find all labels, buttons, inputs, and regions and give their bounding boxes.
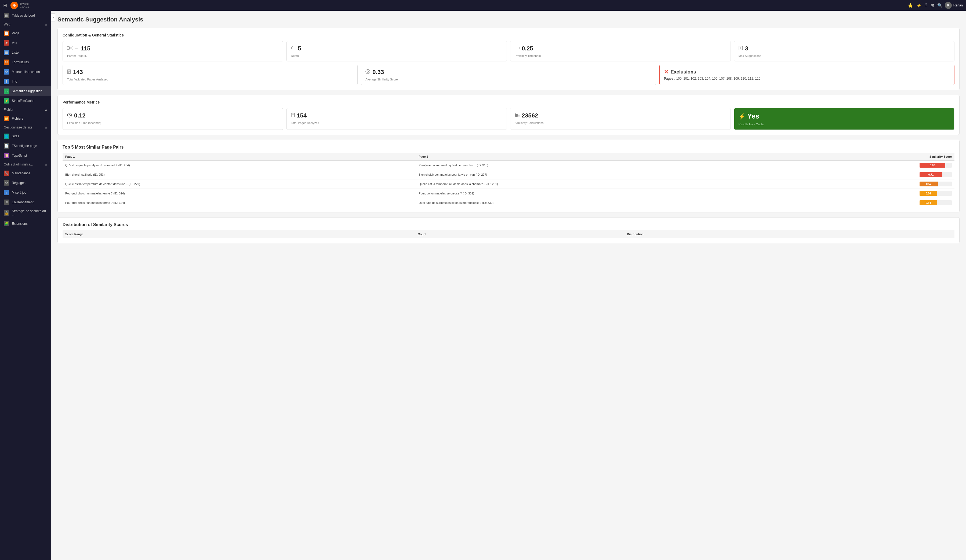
cell-page1: Pourquoi choisir un matelas ferme ? (ID:… xyxy=(62,198,416,208)
svg-rect-6 xyxy=(291,47,292,49)
formulaires-icon: ✉ xyxy=(4,59,9,65)
sidebar-item-reglages[interactable]: ⚙ Réglages xyxy=(0,178,51,188)
topbar-site-info: My site 12.4.19 xyxy=(20,2,29,8)
cell-score: 0.57 xyxy=(789,179,955,189)
col-score: Similarity Score xyxy=(789,153,955,160)
exclusions-icon: ✕ xyxy=(664,69,669,75)
page-title: Semantic Suggestion Analysis xyxy=(58,16,959,23)
grid-icon[interactable]: ⊞ xyxy=(3,2,7,8)
stat-total-pages: 154 Total Pages Analyzed xyxy=(286,108,507,130)
similarity-calc-icon xyxy=(515,113,519,118)
sidebar-section-gestionnaire[interactable]: Gestionnaire de site ∧ xyxy=(0,123,51,131)
score-bar: 0.54 xyxy=(920,200,937,205)
dist-title: Distribution of Similarity Scores xyxy=(62,222,955,227)
similarity-table: Page 1 Page 2 Similarity Score Qu'est ce… xyxy=(62,153,955,207)
table-row: Pourquoi choisir un matelas ferme ? (ID:… xyxy=(62,189,955,198)
dist-col-distribution: Distribution xyxy=(624,230,955,238)
cell-score: 0.54 xyxy=(789,198,955,208)
config-section: Configuration & General Statistics ← xyxy=(58,28,959,90)
cell-page1: Qu'est ce que la paralysie du sommeil ? … xyxy=(62,160,416,170)
score-bar: 0.57 xyxy=(920,182,938,187)
avg-similarity-icon xyxy=(365,69,370,75)
sidebar-item-tableau-de-bord[interactable]: ⊞ Tableau de bord xyxy=(0,11,51,20)
sidebar-item-maintenance[interactable]: 🔧 Maintenance xyxy=(0,169,51,178)
col-page2: Page 2 xyxy=(416,153,789,160)
star-icon[interactable]: ⭐ xyxy=(908,3,913,8)
distribution-table: Score Range Count Distribution xyxy=(62,230,955,238)
parent-page-id-value: 115 xyxy=(80,45,90,52)
stat-avg-similarity: 0.33 Average Similarity Score xyxy=(361,65,656,85)
total-validated-label: Total Validated Pages Analyzed xyxy=(67,78,353,81)
sidebar-item-environnement[interactable]: 🖥 Environnement xyxy=(0,197,51,207)
sidebar-item-liste[interactable]: ☰ Liste xyxy=(0,48,51,57)
typoscript-icon: 📜 xyxy=(4,153,9,158)
cell-page2: Bien choisir son matelas pour la vie en … xyxy=(416,170,789,179)
liste-icon: ☰ xyxy=(4,50,9,55)
score-bar-wrap: 0.71 xyxy=(920,172,952,177)
maintenance-icon: 🔧 xyxy=(4,170,9,176)
info-icon: ℹ xyxy=(4,79,9,84)
stat-execution-time: 0.12 Execution Time (seconds) xyxy=(62,108,283,130)
sidebar-item-mise-a-jour[interactable]: ↑ Mise à jour xyxy=(0,188,51,197)
sidebar-section-fichier[interactable]: Fichier ∧ xyxy=(0,106,51,114)
collapse-sidebar-button[interactable]: › xyxy=(51,13,56,21)
cell-score: 0.71 xyxy=(789,170,955,179)
svg-rect-5 xyxy=(291,46,292,47)
score-bar-wrap: 0.54 xyxy=(920,200,952,205)
total-pages-label: Total Pages Analyzed xyxy=(291,121,503,124)
main-content: Semantic Suggestion Analysis Configurati… xyxy=(51,11,966,560)
page-icon: 📄 xyxy=(4,31,9,36)
sidebar-item-strategie[interactable]: 🔒 Stratégie de sécurité du ... xyxy=(0,207,51,219)
sidebar: ⊞ Tableau de bord Web ∧ 📄 Page 👁 Voir ☰ … xyxy=(0,0,51,560)
svg-rect-27 xyxy=(515,113,516,117)
stat-cache: ⚡ Yes Results from Cache xyxy=(734,108,955,130)
sidebar-item-moteur-indexation[interactable]: ⚙ Moteur d'indexation xyxy=(0,67,51,77)
help-icon[interactable]: ? xyxy=(925,3,927,8)
performance-section: Performance Metrics 0.12 Execution Time … xyxy=(58,95,959,135)
sidebar-item-staticfilecache[interactable]: ⚡ StaticFileCache xyxy=(0,96,51,106)
sidebar-section-web[interactable]: Web ∧ xyxy=(0,20,51,28)
score-bar-wrap: 0.54 xyxy=(920,191,952,196)
sidebar-item-page[interactable]: 📄 Page xyxy=(0,28,51,38)
cell-page2: Paralysie du sommeil : qu'est ce que c'e… xyxy=(416,160,789,170)
semantic-suggestion-icon: S xyxy=(4,88,9,94)
execution-time-label: Execution Time (seconds) xyxy=(67,121,279,124)
grid-view-icon[interactable]: ⊞ xyxy=(931,3,934,8)
depth-icon xyxy=(291,46,296,51)
cell-page1: Bien choisir sa literie (ID: 253) xyxy=(62,170,416,179)
sidebar-item-voir[interactable]: 👁 Voir xyxy=(0,38,51,48)
config-section-title: Configuration & General Statistics xyxy=(62,33,955,37)
svg-rect-28 xyxy=(516,114,517,117)
search-icon[interactable]: 🔍 xyxy=(937,3,943,8)
topbar: ⊞ My site 12.4.19 ⭐ ⚡ ? ⊞ 🔍 R Renan xyxy=(0,0,966,11)
score-bar: 0.54 xyxy=(920,191,937,196)
sidebar-item-formulaires[interactable]: ✉ Formulaires xyxy=(0,57,51,67)
sidebar-item-semantic-suggestion[interactable]: S Semantic Suggestion xyxy=(0,86,51,96)
parent-page-id-icon xyxy=(67,46,72,51)
lightning-icon[interactable]: ⚡ xyxy=(916,3,922,8)
table-row: Bien choisir sa literie (ID: 253) Bien c… xyxy=(62,170,955,179)
sidebar-item-extensions[interactable]: 🧩 Extensions xyxy=(0,219,51,229)
stat-similarity-calc: 23562 Similarity Calculations xyxy=(510,108,731,130)
sidebar-section-outils[interactable]: Outils d'administra... ∧ xyxy=(0,160,51,169)
topbar-logo xyxy=(10,2,18,9)
sidebar-item-tsconfig[interactable]: 📄 TSconfig de page xyxy=(0,141,51,151)
svg-rect-1 xyxy=(70,46,72,47)
stat-depth: 5 Depth xyxy=(286,41,507,61)
sidebar-item-sites[interactable]: 🌐 Sites xyxy=(0,131,51,141)
topbar-user[interactable]: R Renan xyxy=(945,2,963,9)
top5-table-section: Top 5 Most Similar Page Pairs Page 1 Pag… xyxy=(58,140,959,213)
svg-rect-0 xyxy=(67,46,69,50)
cache-value: Yes xyxy=(748,112,759,120)
max-suggestions-label: Max Suggestions xyxy=(739,54,950,57)
sidebar-item-fichiers[interactable]: 📁 Fichiers xyxy=(0,114,51,123)
sidebar-item-typoscript[interactable]: 📜 TypoScript xyxy=(0,151,51,160)
tsconfig-icon: 📄 xyxy=(4,143,9,149)
sidebar-item-info[interactable]: ℹ Info xyxy=(0,77,51,86)
total-pages-value: 154 xyxy=(297,112,307,119)
cell-score: 0.54 xyxy=(789,189,955,198)
moteur-indexation-icon: ⚙ xyxy=(4,69,9,75)
svg-line-23 xyxy=(69,115,71,116)
max-suggestions-value: 3 xyxy=(745,45,748,52)
proximity-threshold-label: Proximity Threshold xyxy=(515,54,726,57)
